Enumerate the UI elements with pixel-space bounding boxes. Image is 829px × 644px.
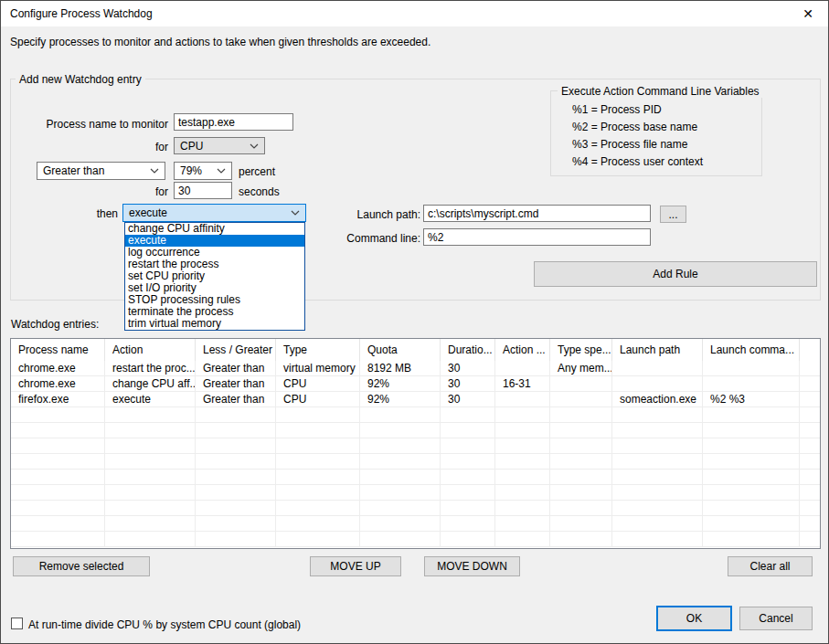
header-cell[interactable]: Type spe... — [550, 339, 612, 361]
table-cell — [550, 392, 612, 407]
move-down-button[interactable]: MOVE DOWN — [424, 556, 520, 576]
dropdown-item[interactable]: STOP processing rules — [125, 294, 304, 306]
dropdown-item[interactable]: execute — [125, 235, 304, 247]
variables-group-title: Execute Action Command Line Variables — [558, 85, 763, 98]
dropdown-item[interactable]: log occurrence — [125, 247, 304, 259]
table-cell — [800, 532, 820, 547]
move-up-button[interactable]: MOVE UP — [310, 556, 401, 576]
dropdown-item[interactable]: restart the process — [125, 259, 304, 270]
cpu-divide-checkbox[interactable] — [11, 618, 23, 629]
table-cell — [11, 485, 105, 501]
table-body: chrome.exerestart the proc...Greater tha… — [11, 361, 820, 547]
header-cell[interactable]: Action ... — [495, 339, 550, 361]
table-cell — [276, 485, 360, 501]
duration-input[interactable]: 30 — [174, 182, 232, 199]
table-cell: 8192 MB — [360, 361, 441, 376]
action-select[interactable]: execute — [122, 204, 306, 222]
table-cell: %2 %3 — [703, 392, 800, 407]
table-cell — [550, 485, 612, 501]
table-row — [11, 454, 820, 470]
metric-select[interactable]: CPU — [174, 137, 265, 154]
table-cell — [612, 470, 703, 485]
launch-path-label: Launch path: — [325, 208, 420, 221]
table-cell — [800, 423, 820, 438]
table-cell — [276, 423, 360, 438]
close-icon[interactable]: ✕ — [800, 5, 816, 22]
table-cell: someaction.exe — [612, 392, 703, 407]
table-cell — [495, 501, 550, 516]
table-cell: CPU — [276, 376, 360, 392]
command-line-value: %2 — [428, 231, 443, 244]
cancel-button[interactable]: Cancel — [739, 607, 813, 630]
table-cell: execute — [105, 392, 196, 407]
table-cell — [196, 438, 276, 454]
table-cell: 30 — [441, 392, 495, 407]
launch-path-value: c:\scripts\myscript.cmd — [428, 207, 538, 220]
header-cell[interactable]: Type — [276, 339, 360, 361]
table-cell — [196, 454, 276, 470]
table-cell — [360, 532, 441, 547]
dropdown-item[interactable]: trim virtual memory — [125, 318, 304, 330]
table-cell — [800, 376, 820, 392]
dropdown-item[interactable]: change CPU affinity — [125, 223, 304, 235]
table-cell — [11, 454, 105, 470]
table-cell — [703, 423, 800, 438]
action-value: execute — [129, 206, 167, 219]
threshold-select[interactable]: 79% — [174, 162, 232, 180]
table-cell — [703, 361, 800, 376]
process-name-label: Process name to monitor — [19, 118, 168, 131]
header-cell[interactable]: Process name — [11, 339, 105, 361]
table-cell: Greater than — [196, 376, 276, 392]
table-cell — [441, 516, 495, 532]
table-cell — [703, 376, 800, 392]
entries-table: Process nameActionLess / GreaterTypeQuot… — [10, 338, 821, 549]
browse-button[interactable]: ... — [660, 206, 686, 223]
table-cell: virtual memory — [276, 361, 360, 376]
chevron-down-icon — [250, 143, 259, 149]
launch-path-input[interactable]: c:\scripts\myscript.cmd — [423, 205, 651, 222]
table-cell — [550, 516, 612, 532]
table-cell — [703, 407, 800, 423]
header-cell[interactable]: Launch comma... — [703, 339, 800, 361]
remove-selected-button[interactable]: Remove selected — [13, 556, 150, 576]
dropdown-item[interactable]: terminate the process — [125, 306, 304, 318]
header-cell[interactable]: Launch path — [612, 339, 703, 361]
table-cell — [105, 532, 196, 547]
table-cell — [276, 470, 360, 485]
dropdown-item[interactable]: set I/O priority — [125, 282, 304, 294]
duration-for-label: for — [19, 185, 168, 198]
add-rule-button[interactable]: Add Rule — [534, 261, 817, 287]
variable-item: %2 = Process base name — [572, 121, 697, 133]
table-cell — [703, 438, 800, 454]
table-row[interactable]: chrome.exechange CPU aff...Greater thanC… — [11, 376, 820, 392]
table-cell — [550, 470, 612, 485]
table-row[interactable]: chrome.exerestart the proc...Greater tha… — [11, 361, 820, 376]
clear-all-button[interactable]: Clear all — [728, 556, 813, 576]
table-cell — [800, 516, 820, 532]
dropdown-item[interactable]: set CPU priority — [125, 270, 304, 282]
table-row — [11, 438, 820, 454]
title-bar: Configure Process Watchdog ✕ — [1, 1, 828, 26]
table-cell — [612, 407, 703, 423]
header-cell[interactable]: Less / Greater — [196, 339, 276, 361]
table-cell — [276, 438, 360, 454]
table-cell — [703, 485, 800, 501]
header-cell[interactable]: Action — [105, 339, 196, 361]
process-name-input[interactable]: testapp.exe — [174, 113, 293, 131]
header-cell[interactable]: Duratio... — [441, 339, 495, 361]
header-cell[interactable]: Quota — [360, 339, 441, 361]
command-line-input[interactable]: %2 — [423, 228, 651, 246]
table-cell — [360, 516, 441, 532]
table-cell — [800, 361, 820, 376]
table-row[interactable]: firefox.exeexecuteGreater thanCPU92%30so… — [11, 392, 820, 407]
table-cell — [800, 485, 820, 501]
table-cell — [800, 501, 820, 516]
comparison-select[interactable]: Greater than — [37, 162, 165, 180]
ok-button[interactable]: OK — [656, 606, 732, 631]
table-cell — [276, 532, 360, 547]
table-cell — [800, 454, 820, 470]
table-cell: 30 — [441, 376, 495, 392]
table-row — [11, 407, 820, 423]
table-cell — [550, 438, 612, 454]
variable-item: %4 = Process user context — [572, 155, 703, 168]
